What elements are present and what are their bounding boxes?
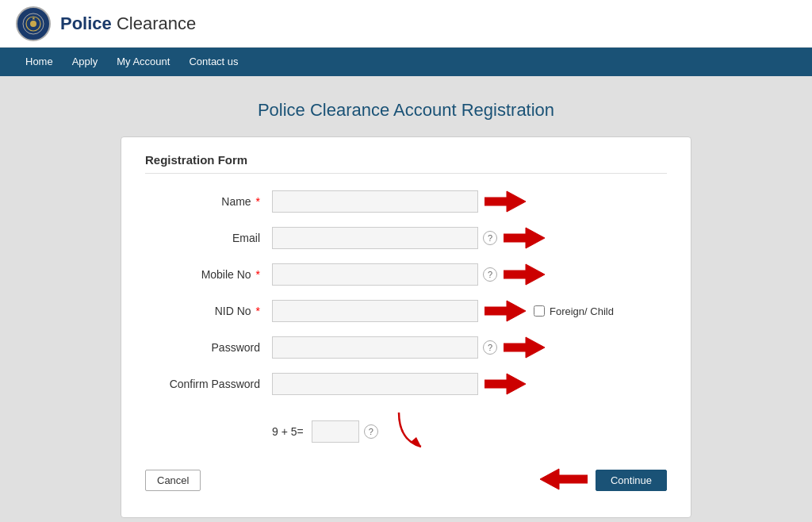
nid-input[interactable] (272, 300, 478, 322)
name-required: * (256, 195, 260, 208)
mobile-arrow (504, 263, 545, 286)
svg-marker-9 (485, 374, 526, 394)
page-content: Police Clearance Account Registration Re… (0, 76, 812, 522)
password-arrow (504, 336, 545, 359)
svg-marker-4 (485, 191, 526, 212)
confirm-password-input[interactable] (272, 373, 478, 395)
nid-arrow (485, 299, 526, 323)
svg-marker-6 (504, 264, 545, 285)
foreign-child-label: Foreign/ Child (550, 305, 614, 317)
captcha-help-icon[interactable]: ? (364, 424, 378, 439)
password-input[interactable] (272, 336, 478, 359)
svg-marker-7 (485, 301, 526, 321)
captcha-row: 9 + 5= ? (145, 409, 667, 455)
nid-row: NID No * Foreign/ Child (145, 299, 667, 323)
mobile-required: * (256, 268, 260, 281)
confirm-password-label: Confirm Password (145, 378, 272, 390)
name-arrow (485, 190, 526, 213)
nid-extras: Foreign/ Child (534, 305, 614, 317)
email-input[interactable] (272, 227, 478, 249)
password-label: Password (145, 341, 272, 354)
buttons-row: Cancel Continue (145, 467, 667, 493)
nav-home[interactable]: Home (16, 48, 63, 76)
name-input[interactable] (272, 190, 478, 213)
password-help-icon[interactable]: ? (483, 340, 497, 355)
nav-account[interactable]: My Account (107, 48, 179, 76)
confirm-password-arrow (485, 372, 526, 396)
email-arrow (504, 226, 545, 250)
page-title: Police Clearance Account Registration (258, 100, 554, 121)
mobile-label: Mobile No * (145, 268, 272, 281)
email-row: Email ? (145, 226, 667, 250)
captcha-input[interactable] (312, 420, 359, 443)
continue-label: Continue (611, 474, 652, 486)
nid-label: NID No * (145, 305, 272, 317)
site-title: Police Clearance (60, 13, 196, 34)
nav-contact[interactable]: Contact us (179, 48, 247, 76)
navbar: Home Apply My Account Contact us (0, 48, 812, 76)
name-row: Name * (145, 190, 667, 213)
mobile-help-icon[interactable]: ? (483, 267, 497, 282)
svg-marker-11 (540, 469, 588, 489)
email-label: Email (145, 232, 272, 244)
foreign-child-checkbox[interactable] (534, 305, 545, 317)
email-help-icon[interactable]: ? (483, 231, 497, 245)
logo: ★ Police Clearance (16, 6, 196, 41)
nid-required: * (256, 305, 260, 317)
svg-point-2 (30, 21, 36, 27)
confirm-password-row: Confirm Password (145, 372, 667, 396)
cancel-button[interactable]: Cancel (145, 470, 201, 491)
svg-marker-8 (504, 337, 545, 358)
logo-icon: ★ (16, 6, 51, 41)
form-card-title: Registration Form (145, 153, 667, 174)
mobile-row: Mobile No * ? (145, 263, 667, 286)
nav-apply[interactable]: Apply (63, 48, 108, 76)
mobile-input[interactable] (272, 263, 478, 286)
captcha-label: 9 + 5= (272, 425, 304, 438)
name-label: Name * (145, 195, 272, 208)
continue-arrow (540, 467, 588, 493)
svg-marker-5 (504, 228, 545, 248)
password-row: Password ? (145, 336, 667, 359)
continue-button[interactable]: Continue (596, 470, 667, 491)
header: ★ Police Clearance (0, 0, 812, 48)
captcha-curved-arrow (391, 409, 439, 455)
registration-form-card: Registration Form Name * Email ? (121, 136, 691, 518)
